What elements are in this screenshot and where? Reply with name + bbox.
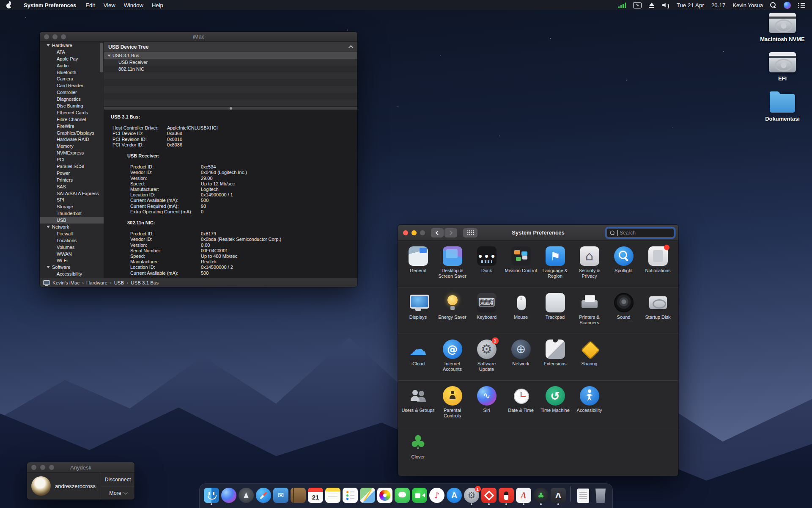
pref-software-update[interactable]: ⚙1Software Update — [469, 340, 504, 380]
usb-device-tree-header[interactable]: USB Device Tree — [104, 42, 357, 52]
sidebar-item-ata[interactable]: ATA — [40, 49, 104, 55]
dock-item-facetime[interactable] — [412, 488, 427, 505]
activity-box-icon[interactable]: ∿ — [633, 2, 642, 8]
pref-sound[interactable]: Sound — [606, 293, 641, 334]
pref-notifications[interactable]: Notifications — [641, 246, 675, 287]
pref-trackpad[interactable]: Trackpad — [538, 293, 572, 334]
sidebar-item-power[interactable]: Power — [40, 170, 104, 177]
pref-accessibility[interactable]: Accessibility — [572, 386, 606, 427]
pref-mouse[interactable]: Mouse — [504, 293, 538, 334]
close-button[interactable] — [31, 465, 36, 470]
search-field[interactable] — [606, 228, 674, 237]
close-button[interactable] — [403, 230, 408, 235]
sidebar-item-camera[interactable]: Camera — [40, 75, 104, 82]
dock-item-contacts[interactable] — [291, 488, 306, 505]
pref-dock[interactable]: ∙∙∙Dock — [469, 246, 504, 287]
pref-desktop-screen-saver[interactable]: Desktop & Screen Saver — [435, 246, 469, 287]
anydesk-titlebar[interactable]: Anydesk — [27, 462, 134, 473]
dock-item-music[interactable]: ♪ — [429, 488, 444, 505]
pref-parental-controls[interactable]: Parental Controls — [435, 386, 469, 427]
sidebar-item-locations[interactable]: Locations — [40, 237, 104, 244]
apple-menu-icon[interactable] — [6, 2, 12, 8]
pref-keyboard[interactable]: ⌨Keyboard — [469, 293, 504, 334]
sidebar-item-wi-fi[interactable]: Wi-Fi — [40, 257, 104, 264]
back-button[interactable] — [431, 228, 444, 237]
zoom-button[interactable] — [61, 34, 66, 39]
dock-item-messages[interactable] — [395, 488, 410, 505]
sidebar-item-hardware[interactable]: Hardware — [40, 42, 104, 49]
search-icon[interactable] — [770, 2, 776, 8]
menu-date[interactable]: Tue 21 Apr — [677, 2, 704, 8]
dock-item-notes[interactable] — [325, 488, 340, 505]
pref-energy-saver[interactable]: Energy Saver — [435, 293, 469, 334]
sysinfo-titlebar[interactable]: iMac — [40, 32, 357, 42]
sidebar-item-software[interactable]: Software — [40, 264, 104, 271]
dock-item-calendar[interactable]: 21 — [308, 488, 323, 505]
dock-item-document[interactable] — [576, 489, 591, 505]
sidebar-item-firewall[interactable]: Firewall — [40, 230, 104, 237]
pref-startup-disk[interactable]: Startup Disk — [641, 293, 675, 334]
sidebar-item-card-reader[interactable]: Card Reader — [40, 82, 104, 89]
pref-siri[interactable]: ∿Siri — [469, 386, 504, 427]
menu-time[interactable]: 20.17 — [711, 2, 726, 8]
breadcrumb-item-kevin-s-imac[interactable]: Kevin's iMac — [52, 280, 80, 285]
tree-row-802-11n-nic[interactable]: 802.11n NIC — [104, 66, 357, 72]
tree-row-usb-3-1-bus[interactable]: USB 3.1 Bus — [104, 52, 357, 59]
sysprefs-titlebar[interactable]: System Preferences — [398, 225, 678, 241]
dock-item-anydesk[interactable] — [481, 488, 497, 505]
sidebar-item-bluetooth[interactable]: Bluetooth — [40, 69, 104, 76]
show-all-button[interactable] — [463, 228, 477, 237]
sidebar-item-firewire[interactable]: FireWire — [40, 123, 104, 130]
zoom-button[interactable] — [420, 230, 425, 235]
dock-item-appstore[interactable]: A — [447, 488, 462, 505]
dock-item-photos[interactable] — [377, 488, 392, 505]
sidebar-item-storage[interactable]: Storage — [40, 203, 104, 210]
sidebar-item-printers[interactable]: Printers — [40, 177, 104, 183]
sidebar-item-spi[interactable]: SPI — [40, 196, 104, 203]
dock-item-launchpad[interactable] — [239, 488, 254, 505]
eject-icon[interactable] — [649, 3, 655, 8]
sidebar-item-sata-sata-express[interactable]: SATA/SATA Express — [40, 190, 104, 197]
sidebar-item-diagnostics[interactable]: Diagnostics — [40, 96, 104, 102]
sidebar-item-apple-pay[interactable]: Apple Pay — [40, 55, 104, 62]
pref-language-region[interactable]: ⚑Language & Region — [538, 246, 572, 287]
pref-mission-control[interactable]: Mission Control — [504, 246, 538, 287]
dock-item-paint[interactable]: A — [516, 488, 531, 505]
signal-bars-icon[interactable] — [618, 3, 626, 8]
pref-date-time[interactable]: Date & Time — [504, 386, 538, 427]
breadcrumb-item-usb[interactable]: USB — [114, 280, 124, 285]
tree-row-usb-receiver[interactable]: USB Receiver — [104, 59, 357, 66]
pref-spotlight[interactable]: Spotlight — [606, 246, 641, 287]
dock-item-maps[interactable] — [360, 488, 375, 505]
dock-item-finder[interactable] — [204, 488, 219, 505]
pref-general[interactable]: General — [401, 246, 435, 287]
menu-edit[interactable]: Edit — [81, 2, 99, 8]
sidebar-item-memory[interactable]: Memory — [40, 143, 104, 149]
search-input[interactable] — [620, 230, 669, 236]
pref-printers-scanners[interactable]: Printers & Scanners — [572, 293, 606, 334]
sidebar-item-accessibility[interactable]: Accessibility — [40, 271, 104, 277]
sidebar-item-graphics-displays[interactable]: Graphics/Displays — [40, 130, 104, 136]
dock-item-siri[interactable] — [221, 488, 236, 505]
dock-item-calipers[interactable]: Λ — [551, 488, 566, 505]
menu-app-name[interactable]: System Preferences — [19, 2, 80, 8]
volume-icon[interactable] — [662, 3, 669, 8]
sidebar-item-nvmexpress[interactable]: NVMExpress — [40, 149, 104, 156]
desktop-icon-dokumentasi[interactable]: Dokumentasi — [765, 91, 800, 122]
sidebar-item-disc-burning[interactable]: Disc Burning — [40, 102, 104, 109]
desktop-icon-macintosh-nvme[interactable]: Macintosh NVME — [760, 13, 804, 42]
zoom-button[interactable] — [49, 465, 54, 470]
sidebar-item-pci[interactable]: PCI — [40, 156, 104, 163]
minimize-button[interactable] — [40, 465, 45, 470]
pref-network[interactable]: ⊕Network — [504, 340, 538, 380]
pane-splitter[interactable] — [104, 106, 357, 110]
sidebar-scrollbar[interactable] — [100, 43, 103, 72]
sidebar-item-thunderbolt[interactable]: Thunderbolt — [40, 210, 104, 217]
menu-user[interactable]: Kevin Yosua — [732, 2, 763, 8]
desktop-icon-efi[interactable]: EFI — [769, 52, 796, 82]
minimize-button[interactable] — [411, 230, 417, 235]
minimize-button[interactable] — [52, 34, 58, 39]
collapse-chevron-icon[interactable] — [348, 45, 353, 50]
menu-help[interactable]: Help — [148, 2, 167, 8]
breadcrumb-item-usb-3-1-bus[interactable]: USB 3.1 Bus — [131, 280, 159, 285]
